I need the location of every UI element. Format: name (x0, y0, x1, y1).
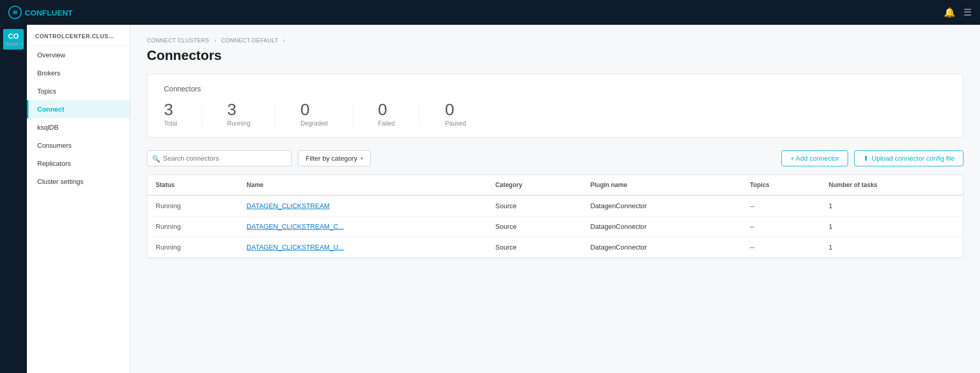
sidebar-item-cluster-settings[interactable]: Cluster settings (27, 173, 130, 191)
stat-degraded-label: Degraded (300, 120, 328, 127)
stat-failed-value: 0 (378, 101, 387, 118)
breadcrumb-part1: CONNECT CLUSTERS (147, 37, 209, 43)
cell-tasks-0: 1 (820, 195, 963, 216)
sidebar-item-consumers[interactable]: Consumers (27, 136, 130, 154)
sidebar-item-topics[interactable]: Topics (27, 82, 130, 100)
col-tasks: Number of tasks (820, 175, 963, 195)
search-input[interactable] (147, 150, 292, 166)
toolbar: 🔍 Filter by category ▾ + Add connector ⬆… (147, 150, 963, 166)
stat-total-label: Total (164, 120, 177, 127)
stat-running-label: Running (227, 120, 250, 127)
cell-plugin-1: DatagenConnector (582, 216, 742, 237)
add-connector-label: + Add connector (790, 154, 839, 162)
nav-left: ≋ CONFLUENT (8, 6, 73, 19)
filter-label: Filter by category (306, 154, 357, 162)
cell-status-1: Running (147, 216, 238, 237)
cluster-initials: CO (8, 32, 19, 40)
stats-card: Connectors 3 Total 3 Running 0 Degraded … (147, 74, 963, 138)
connectors-table: Status Name Category Plugin name Topics … (147, 175, 963, 258)
connector-link-0[interactable]: DATAGEN_CLICKSTREAM (247, 202, 330, 210)
search-icon: 🔍 (152, 154, 160, 162)
main-content: CONNECT CLUSTERS › CONNECT-DEFAULT › Con… (130, 25, 980, 373)
stat-failed: 0 Failed (378, 101, 420, 127)
confluent-logo[interactable]: ≋ CONFLUENT (8, 6, 73, 19)
chevron-down-icon: ▾ (360, 156, 363, 161)
stat-paused: 0 Paused (445, 101, 491, 127)
stat-paused-label: Paused (445, 120, 466, 127)
add-connector-button[interactable]: + Add connector (781, 150, 848, 166)
cluster-sidebar: CO Cluster 1 (0, 25, 27, 373)
top-navigation: ≋ CONFLUENT 🔔 ☰ (0, 0, 980, 25)
cell-topics-2: -- (742, 237, 821, 258)
stats-row: 3 Total 3 Running 0 Degraded 0 Failed 0 (164, 101, 946, 127)
stat-paused-value: 0 (445, 101, 454, 118)
col-name: Name (238, 175, 487, 195)
cell-tasks-2: 1 (820, 237, 963, 258)
breadcrumb: CONNECT CLUSTERS › CONNECT-DEFAULT › (147, 37, 963, 43)
nav-right: 🔔 ☰ (944, 7, 972, 18)
cell-plugin-0: DatagenConnector (582, 195, 742, 216)
stat-failed-label: Failed (378, 120, 395, 127)
cell-status-0: Running (147, 195, 238, 216)
stat-degraded-value: 0 (300, 101, 310, 118)
search-input-wrap: 🔍 (147, 150, 292, 166)
connector-link-1[interactable]: DATAGEN_CLICKSTREAM_C... (247, 223, 344, 230)
upload-label: Upload connector config file (872, 154, 955, 162)
stat-running-value: 3 (227, 101, 236, 118)
breadcrumb-part2: CONNECT-DEFAULT (221, 37, 278, 43)
upload-connector-button[interactable]: ⬆ Upload connector config file (854, 150, 963, 166)
sidebar-item-connect[interactable]: Connect (27, 100, 130, 118)
cluster-title: CONTROLCENTER.CLUS... (27, 29, 130, 46)
breadcrumb-sep1: › (214, 37, 216, 43)
table-row: Running DATAGEN_CLICKSTREAM_U... Source … (147, 237, 963, 258)
cell-category-0: Source (487, 195, 582, 216)
table-row: Running DATAGEN_CLICKSTREAM_C... Source … (147, 216, 963, 237)
bell-icon[interactable]: 🔔 (944, 7, 955, 18)
stat-total: 3 Total (164, 101, 202, 127)
menu-icon[interactable]: ☰ (963, 7, 972, 18)
cell-name-1[interactable]: DATAGEN_CLICKSTREAM_C... (238, 216, 487, 237)
stat-degraded: 0 Degraded (300, 101, 353, 127)
cluster-label: Cluster 1 (4, 41, 24, 46)
col-topics: Topics (742, 175, 821, 195)
cell-name-2[interactable]: DATAGEN_CLICKSTREAM_U... (238, 237, 487, 258)
cell-topics-0: -- (742, 195, 821, 216)
stat-running: 3 Running (227, 101, 276, 127)
cell-category-1: Source (487, 216, 582, 237)
upload-icon: ⬆ (863, 154, 869, 162)
sidebar-item-overview[interactable]: Overview (27, 46, 130, 64)
table-row: Running DATAGEN_CLICKSTREAM Source Datag… (147, 195, 963, 216)
table-header-row: Status Name Category Plugin name Topics … (147, 175, 963, 195)
stats-card-title: Connectors (164, 85, 946, 93)
logo-icon: ≋ (8, 6, 22, 19)
main-layout: CO Cluster 1 CONTROLCENTER.CLUS... Overv… (0, 25, 980, 373)
sidebar-item-ksqldb[interactable]: ksqlDB (27, 118, 130, 136)
cell-tasks-1: 1 (820, 216, 963, 237)
col-category: Category (487, 175, 582, 195)
cell-topics-1: -- (742, 216, 821, 237)
cluster-icon-button[interactable]: CO Cluster 1 (3, 29, 24, 50)
page-title: Connectors (147, 48, 963, 64)
stat-total-value: 3 (164, 101, 173, 118)
connector-link-2[interactable]: DATAGEN_CLICKSTREAM_U... (247, 243, 344, 251)
col-status: Status (147, 175, 238, 195)
breadcrumb-sep2: › (283, 37, 285, 43)
cell-plugin-2: DatagenConnector (582, 237, 742, 258)
sidebar-item-brokers[interactable]: Brokers (27, 64, 130, 82)
cell-status-2: Running (147, 237, 238, 258)
cell-name-0[interactable]: DATAGEN_CLICKSTREAM (238, 195, 487, 216)
nav-sidebar: CONTROLCENTER.CLUS... Overview Brokers T… (27, 25, 130, 373)
cell-category-2: Source (487, 237, 582, 258)
filter-by-category-button[interactable]: Filter by category ▾ (298, 150, 371, 166)
logo-text: CONFLUENT (25, 8, 73, 17)
col-plugin-name: Plugin name (582, 175, 742, 195)
sidebar-item-replicators[interactable]: Replicators (27, 154, 130, 173)
